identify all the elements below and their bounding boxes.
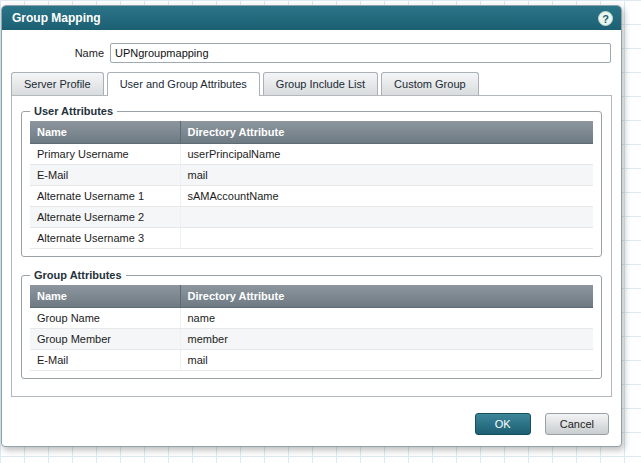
- tab-custom-group[interactable]: Custom Group: [381, 72, 479, 95]
- table-row[interactable]: Group Member member: [30, 329, 593, 350]
- cell-name: E-Mail: [30, 165, 180, 186]
- table-row[interactable]: Alternate Username 2: [30, 207, 593, 228]
- name-label: Name: [2, 47, 110, 59]
- table-row[interactable]: Alternate Username 3: [30, 228, 593, 249]
- cancel-button[interactable]: Cancel: [545, 413, 609, 435]
- table-row[interactable]: E-Mail mail: [30, 165, 593, 186]
- cell-directory-attribute: sAMAccountName: [180, 186, 593, 207]
- user-attributes-fieldset: User Attributes Name Directory Attribute…: [21, 105, 602, 257]
- column-header-directory-attribute: Directory Attribute: [180, 121, 593, 144]
- cell-directory-attribute: userPrincipalName: [180, 144, 593, 165]
- cell-directory-attribute: mail: [180, 350, 593, 371]
- cell-directory-attribute: name: [180, 308, 593, 329]
- cell-directory-attribute: mail: [180, 165, 593, 186]
- cell-directory-attribute: [180, 228, 593, 249]
- help-icon[interactable]: ?: [598, 11, 613, 26]
- cell-name: Alternate Username 2: [30, 207, 180, 228]
- cell-name: Group Name: [30, 308, 180, 329]
- cell-name: Group Member: [30, 329, 180, 350]
- table-row[interactable]: E-Mail mail: [30, 350, 593, 371]
- ok-button[interactable]: OK: [475, 413, 531, 435]
- cell-name: E-Mail: [30, 350, 180, 371]
- table-row[interactable]: Group Name name: [30, 308, 593, 329]
- dialog-title: Group Mapping: [12, 11, 598, 25]
- column-header-name: Name: [30, 285, 180, 308]
- tab-user-and-group-attributes[interactable]: User and Group Attributes: [107, 72, 260, 96]
- table-header-row: Name Directory Attribute: [30, 121, 593, 144]
- cell-name: Alternate Username 3: [30, 228, 180, 249]
- user-attributes-table: Name Directory Attribute Primary Usernam…: [30, 121, 593, 249]
- column-header-directory-attribute: Directory Attribute: [180, 285, 593, 308]
- name-row: Name: [2, 43, 611, 63]
- group-attributes-fieldset: Group Attributes Name Directory Attribut…: [21, 269, 602, 379]
- table-row[interactable]: Alternate Username 1 sAMAccountName: [30, 186, 593, 207]
- cell-name: Alternate Username 1: [30, 186, 180, 207]
- table-header-row: Name Directory Attribute: [30, 285, 593, 308]
- group-mapping-dialog: Group Mapping ? Name Server Profile User…: [1, 5, 622, 447]
- table-row[interactable]: Primary Username userPrincipalName: [30, 144, 593, 165]
- cell-name: Primary Username: [30, 144, 180, 165]
- tab-server-profile[interactable]: Server Profile: [11, 72, 104, 95]
- cell-directory-attribute: member: [180, 329, 593, 350]
- user-attributes-legend: User Attributes: [30, 105, 117, 117]
- tab-content-panel: User Attributes Name Directory Attribute…: [11, 95, 612, 397]
- dialog-titlebar: Group Mapping ?: [2, 6, 621, 30]
- group-attributes-legend: Group Attributes: [30, 269, 126, 281]
- name-input[interactable]: [110, 43, 611, 63]
- dialog-footer: OK Cancel: [2, 397, 621, 446]
- tab-strip: Server Profile User and Group Attributes…: [11, 72, 621, 95]
- cell-directory-attribute: [180, 207, 593, 228]
- tab-group-include-list[interactable]: Group Include List: [263, 72, 378, 95]
- group-attributes-table: Name Directory Attribute Group Name name…: [30, 285, 593, 371]
- column-header-name: Name: [30, 121, 180, 144]
